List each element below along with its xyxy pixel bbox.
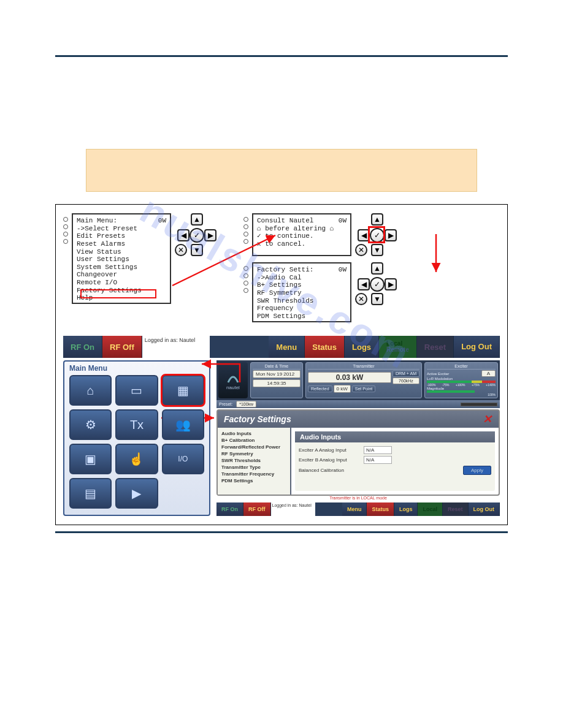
lcd-power: 0W xyxy=(339,217,347,225)
lcd-indicator xyxy=(63,232,68,237)
lcd-factory-unit: Factory Setti: 0W ->Audio Cal B+ Setting… xyxy=(243,262,399,322)
nav-left-button[interactable]: ◀ xyxy=(358,278,370,290)
lcd-item: Frequency xyxy=(257,305,347,313)
nav-down-button[interactable]: ▼ xyxy=(371,293,383,305)
clock-icon: ▤ xyxy=(85,486,96,501)
lcd-item: SWR Thresholds xyxy=(257,297,347,305)
menu-factory-settings[interactable]: ▦ xyxy=(162,375,204,406)
nav-up-button[interactable]: ▲ xyxy=(371,213,383,226)
date-value: Mon Nov 19 2012 xyxy=(253,370,301,378)
nav-right-button[interactable]: ▶ xyxy=(385,278,397,290)
reflected-button[interactable]: Reflected xyxy=(308,385,332,392)
active-exciter-value: A xyxy=(481,370,496,377)
setpoint-button[interactable]: Set Point xyxy=(352,385,375,392)
exciter-a-value[interactable]: N/A xyxy=(364,446,392,454)
apply-button[interactable]: Apply xyxy=(463,466,491,475)
transmitter-block: Transmitter 0.03 kW DRM + AM 760kHz Refl… xyxy=(305,362,422,398)
lcd-item: Changeover xyxy=(77,271,166,279)
lcd-factory-screen: Factory Setti: 0W ->Audio Cal B+ Setting… xyxy=(252,262,351,322)
lcd-title: Main Menu: xyxy=(77,217,117,225)
lcd-line: ✓ to continue. xyxy=(257,232,347,240)
reflected-value: 0 kW xyxy=(334,385,351,393)
rf-on-button[interactable]: RF On xyxy=(63,336,102,358)
reset-button[interactable]: Reset xyxy=(443,502,469,516)
side-item[interactable]: Transmitter Frequency xyxy=(221,471,286,477)
lcd-indicator xyxy=(243,281,248,286)
menu-scheduler[interactable]: ▤ xyxy=(69,478,112,509)
nav-right-button[interactable]: ▶ xyxy=(204,229,216,241)
nav-cancel-button[interactable]: ✕ xyxy=(175,244,187,256)
nav-ok-button[interactable]: ✓ xyxy=(370,277,385,292)
logout-button[interactable]: Log Out xyxy=(454,336,500,358)
lcd-item: PDM Settings xyxy=(257,313,347,320)
rf-off-button[interactable]: RF Off xyxy=(243,502,271,516)
menu-presets[interactable]: ▭ xyxy=(115,375,158,406)
menu-button[interactable]: Menu xyxy=(269,336,305,358)
menu-system-settings[interactable]: ⚙ xyxy=(69,409,112,440)
menu-home[interactable]: ⌂ xyxy=(69,375,112,406)
touch-icon: ☝ xyxy=(129,452,144,466)
side-item[interactable]: SWR Thresholds xyxy=(221,458,286,463)
nav-ok-button[interactable]: ✓ xyxy=(190,228,204,243)
exciter-b-label: Exciter B Analog Input xyxy=(299,457,360,463)
side-item[interactable]: Audio Inputs xyxy=(221,431,286,436)
side-item[interactable]: B+ Calibration xyxy=(221,438,286,443)
highlight-check-button xyxy=(368,226,385,243)
main-menu-panel: Main Menu ⌂ ▭ ▦ ⚙ Tx 👥 ▣ ☝ I/O ▤ ▶ xyxy=(63,360,210,516)
time-value: 14:59:35 xyxy=(253,379,301,387)
nav-left-button[interactable]: ◀ xyxy=(177,229,190,241)
side-item[interactable]: PDM Settings xyxy=(221,478,286,483)
status-button[interactable]: Status xyxy=(305,336,345,358)
local-button[interactable]: Local xyxy=(418,502,443,516)
reset-button[interactable]: Reset xyxy=(417,336,454,358)
lcd-item: Reset Alarms xyxy=(77,240,166,248)
local-button[interactable]: Local Remote xyxy=(379,336,417,358)
lcd-indicator xyxy=(243,217,248,222)
menu-button[interactable]: Menu xyxy=(342,502,367,516)
menu-audio-player[interactable]: ▶ xyxy=(115,478,158,509)
rf-on-button[interactable]: RF On xyxy=(216,502,243,516)
side-item[interactable]: Forward/Reflected Power xyxy=(221,444,286,450)
menu-changeover[interactable]: ▣ xyxy=(69,444,112,474)
exciter-b-value[interactable]: N/A xyxy=(364,456,392,464)
logout-button[interactable]: Log Out xyxy=(469,502,500,516)
top-rule xyxy=(55,55,508,57)
rf-off-button[interactable]: RF Off xyxy=(102,336,142,358)
switch-icon: ▣ xyxy=(85,452,96,466)
close-button[interactable]: ✕ xyxy=(481,414,492,425)
main-menu-title: Main Menu xyxy=(69,364,204,373)
figure-frame: Main Menu: 0W ->Select Preset Edit Prese… xyxy=(55,204,508,525)
logs-button[interactable]: Logs xyxy=(345,336,379,358)
lcd-indicator xyxy=(243,288,248,293)
login-status: Logged in as: Nautel xyxy=(271,502,315,516)
audio-inputs-header: Audio Inputs xyxy=(295,431,495,442)
menu-user-settings[interactable]: ☝ xyxy=(115,444,158,474)
nav-down-button[interactable]: ▼ xyxy=(191,244,203,256)
lcd-indicator xyxy=(243,239,248,244)
menu-user-accounts[interactable]: 👥 xyxy=(162,409,204,440)
balanced-cal-label: Balanced Calibration xyxy=(299,468,360,473)
nav-up-button[interactable]: ▲ xyxy=(371,262,383,275)
lcd-title: Factory Setti: xyxy=(257,266,313,274)
magnitude-pct: 100% xyxy=(427,393,496,396)
menu-remote-io[interactable]: I/O xyxy=(162,444,204,474)
gear-icon: ⚙ xyxy=(85,417,96,432)
nav-cancel-button[interactable]: ✕ xyxy=(355,293,367,305)
play-icon: ▶ xyxy=(132,486,141,501)
lcd-indicator xyxy=(243,273,248,278)
menu-precorrection[interactable]: Tx xyxy=(115,409,158,440)
aui-toolbar: RF On RF Off Logged in as: Nautel Menu S… xyxy=(63,336,500,358)
nav-down-button[interactable]: ▼ xyxy=(371,244,383,256)
nautel-logo: nautel xyxy=(218,362,248,398)
nav-right-button[interactable]: ▶ xyxy=(385,229,397,241)
highlight-factory-settings xyxy=(80,289,156,298)
logs-button[interactable]: Logs xyxy=(394,502,418,516)
side-item[interactable]: RF Symmetry xyxy=(221,451,286,457)
nav-up-button[interactable]: ▲ xyxy=(191,213,203,226)
lcd-item: Remote I/O xyxy=(77,279,166,287)
side-item[interactable]: Transmitter Type xyxy=(221,464,286,470)
status-button[interactable]: Status xyxy=(367,502,394,516)
lcd-indicator xyxy=(243,266,248,271)
nav-cancel-button[interactable]: ✕ xyxy=(355,244,367,256)
datetime-header: Date & Time xyxy=(253,364,301,370)
